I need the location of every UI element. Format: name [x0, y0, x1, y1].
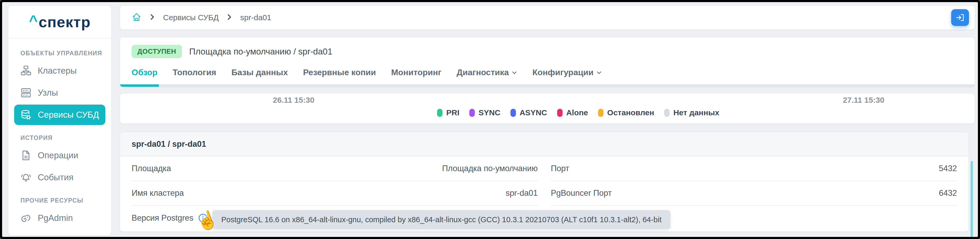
row-label: Порт [551, 164, 569, 173]
exit-arrow-icon [955, 13, 965, 22]
details-card-title: spr-da01 / spr-da01 [120, 132, 969, 156]
chart-legend: PRI SYNC ASYNC Alone Остановлен Нет данн… [120, 108, 975, 117]
breadcrumb-item-dbms[interactable]: Сервисы СУБД [163, 13, 219, 22]
chevron-right-icon [149, 14, 156, 21]
sidebar-item-operations[interactable]: Операции [14, 145, 105, 166]
postgres-version-tooltip: PostgreSQL 16.6 on x86_64-alt-linux-gnu,… [212, 210, 670, 229]
tab-configurations[interactable]: Конфигурации [533, 68, 602, 77]
sidebar-section-other: ПРОЧИЕ РЕСУРСЫ [21, 197, 105, 204]
legend-item-stopped[interactable]: Остановлен [598, 108, 654, 117]
table-row-cluster-name: Имя кластера spr-da01 [132, 181, 538, 206]
sidebar-item-label: PgAdmin [38, 213, 73, 223]
sidebar-item-pgadmin[interactable]: PgAdmin [14, 208, 105, 228]
legend-swatch [437, 109, 442, 117]
logo-text: спектр [38, 13, 91, 31]
sidebar-item-label: Кластеры [38, 66, 77, 76]
legend-item-pri[interactable]: PRI [437, 108, 459, 117]
legend-swatch [469, 109, 475, 117]
app-logo[interactable]: ^ спектр [8, 6, 111, 38]
legend-item-async[interactable]: ASYNC [511, 108, 547, 117]
sidebar-item-nodes[interactable]: Узлы [14, 83, 105, 103]
logout-button[interactable] [951, 9, 969, 26]
sidebar-item-events[interactable]: События [14, 167, 105, 188]
sidebar-section-history: ИСТОРИЯ [21, 134, 105, 142]
logo-caret-icon: ^ [29, 11, 38, 29]
legend-item-sync[interactable]: SYNC [469, 108, 500, 117]
row-label: PgBouncer Порт [551, 188, 612, 198]
table-row-port: Порт 5432 [551, 156, 957, 181]
home-icon[interactable] [132, 12, 142, 23]
row-value: 6432 [939, 188, 957, 198]
tab-overview[interactable]: Обзор [132, 68, 157, 77]
page-title: Площадка по-умолчанию / spr-da01 [189, 47, 332, 57]
status-badge: ДОСТУПЕН [132, 45, 182, 58]
sidebar-item-clusters[interactable]: Кластеры [14, 61, 105, 81]
tab-diagnostics[interactable]: Диагностика [457, 68, 517, 77]
service-header-card: ДОСТУПЕН Площадка по-умолчанию / spr-da0… [120, 37, 975, 87]
active-tab-underline [120, 84, 159, 87]
tab-databases[interactable]: Базы данных [232, 68, 288, 77]
row-value: Площадка по-умолчанию [442, 164, 538, 173]
pgadmin-elephant-icon [21, 212, 32, 223]
status-timeline-chart: 26.11 15:30 27.11 15:30 PRI SYNC ASYNC A… [120, 94, 975, 123]
bell-icon [21, 172, 32, 183]
chevron-right-icon [226, 14, 233, 21]
legend-swatch [598, 109, 603, 117]
row-label: Имя кластера [132, 188, 184, 198]
tab-bar: Обзор Топология Базы данных Резервные ко… [120, 68, 975, 77]
sidebar-section-objects: ОБЪЕКТЫ УПРАВЛЕНИЯ [21, 50, 105, 57]
sidebar-item-label: Сервисы СУБД [38, 110, 99, 120]
x-axis-tick: 26.11 15:30 [273, 96, 314, 105]
sidebar-item-label: Операции [38, 150, 78, 160]
sidebar-item-label: Узлы [38, 88, 58, 98]
legend-swatch [557, 109, 563, 117]
app-root: ^ спектр ОБЪЕКТЫ УПРАВЛЕНИЯ Кластеры [2, 2, 978, 237]
database-gear-icon [21, 109, 32, 120]
sidebar-item-label: События [38, 172, 73, 182]
clusters-icon [21, 65, 32, 76]
table-row-site: Площадка Площадка по-умолчанию [132, 156, 538, 181]
screenshot-frame: ^ спектр ОБЪЕКТЫ УПРАВЛЕНИЯ Кластеры [0, 0, 980, 239]
breadcrumb-item-current: spr-da01 [240, 13, 271, 22]
legend-item-no-data[interactable]: Нет данных [664, 108, 719, 117]
row-label: Версия Postgres [132, 214, 194, 223]
tab-backups[interactable]: Резервные копии [303, 68, 376, 77]
status-row: ДОСТУПЕН Площадка по-умолчанию / spr-da0… [120, 37, 975, 58]
legend-swatch [511, 109, 516, 117]
chevron-down-icon [512, 70, 517, 75]
chevron-down-icon [596, 70, 602, 75]
row-label: Площадка [132, 164, 171, 173]
tab-underline-track [120, 84, 975, 87]
sidebar-menu: ОБЪЕКТЫ УПРАВЛЕНИЯ Кластеры [8, 38, 111, 228]
legend-swatch [664, 109, 670, 117]
x-axis-tick: 27.11 15:30 [843, 96, 884, 105]
document-icon [21, 150, 32, 161]
sidebar: ^ спектр ОБЪЕКТЫ УПРАВЛЕНИЯ Кластеры [8, 6, 111, 235]
cluster-details-card: spr-da01 / spr-da01 Площадка Площадка по… [120, 132, 969, 231]
breadcrumb: Сервисы СУБД spr-da01 [120, 6, 975, 29]
row-value: 5432 [939, 164, 957, 173]
legend-item-alone[interactable]: Alone [557, 108, 588, 117]
row-value: spr-da01 [506, 188, 538, 198]
tab-topology[interactable]: Топология [172, 68, 216, 77]
table-row-pgbouncer-port: PgBouncer Порт 6432 [551, 181, 957, 206]
vertical-scrollbar[interactable] [970, 161, 973, 237]
nodes-icon [21, 87, 32, 98]
tab-monitoring[interactable]: Мониторинг [391, 68, 442, 77]
sidebar-item-dbms-services[interactable]: Сервисы СУБД [14, 105, 105, 125]
